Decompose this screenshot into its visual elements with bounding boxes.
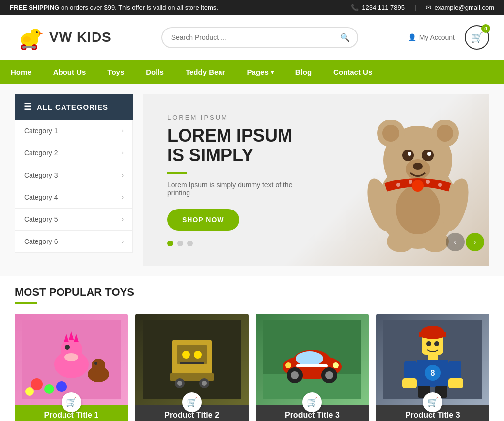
sidebar-cat-1[interactable]: Category 1 › [15,120,132,142]
chevron-right-icon: › [473,238,476,246]
product-image-2 [135,314,249,405]
product-cart-icon-1[interactable]: 🛒 [62,392,81,412]
svg-point-28 [396,183,400,187]
sidebar-cat-5[interactable]: Category 5 › [15,209,132,231]
product-cart-icon-2[interactable]: 🛒 [182,392,202,412]
teddy-bear-illustration [337,106,489,254]
svg-point-24 [387,231,414,252]
nav-item-contact[interactable]: Contact Us [322,60,383,84]
sidebar-title: ALL CATEGORIES [37,103,108,111]
nav-item-pages[interactable]: Pages ▾ [236,60,284,84]
svg-point-57 [202,381,207,386]
hero-image [322,106,489,254]
account-icon: 👤 [408,33,416,41]
hero-description: Lorem Ipsum is simply dummy text of the … [167,181,297,197]
box-robot-image [143,320,241,399]
arrow-right-icon: › [122,172,124,179]
svg-point-31 [438,183,442,187]
nav-item-home[interactable]: Home [0,60,42,84]
svg-rect-81 [402,378,417,388]
svg-point-17 [422,150,434,161]
nav-item-toys[interactable]: Toys [96,60,135,84]
svg-point-42 [65,345,70,350]
logo[interactable]: VW KIDS [15,23,112,52]
sidebar-cat-6[interactable]: Category 6 › [15,231,132,253]
svg-point-18 [408,152,411,156]
svg-rect-52 [180,362,204,364]
svg-text:8: 8 [431,369,435,377]
svg-point-29 [409,180,412,184]
svg-point-69 [285,362,291,368]
svg-point-68 [333,362,339,368]
cart-button[interactable]: 🛒 0 [465,25,489,50]
search-icon: 🔍 [340,33,350,42]
lego-figure-image: 8 [383,320,482,399]
svg-point-66 [325,371,333,379]
nav-item-about[interactable]: About Us [42,60,97,84]
arrow-right-icon: › [122,194,124,201]
product-cart-icon-4[interactable]: 🛒 [423,392,442,412]
main-nav: Home About Us Toys Dolls Teddy Bear Page… [0,60,504,84]
hero-slider: LOREM IPSUM LOREM IPSUM IS SIMPLY Lorem … [143,94,489,266]
cat-label: Category 2 [24,149,58,157]
svg-point-21 [413,163,423,170]
top-bar: FREE SHIPPING on orders over $99. This o… [0,0,504,15]
my-account-link[interactable]: 👤 My Account [408,33,455,41]
header: VW KIDS 🔍 👤 My Account 🛒 0 [0,15,504,60]
hero-dot-1[interactable] [167,241,173,246]
hero-dots [167,241,297,246]
search-button[interactable]: 🔍 [333,28,357,47]
sidebar-cat-3[interactable]: Category 3 › [15,164,132,186]
hero-dot-2[interactable] [177,241,183,246]
header-right: 👤 My Account 🛒 0 [408,25,489,50]
nav-item-blog[interactable]: Blog [284,60,322,84]
svg-point-30 [426,180,430,184]
phone-info: 📞 1234 111 7895 [351,4,405,11]
svg-point-65 [291,371,299,379]
search-input[interactable] [162,29,333,46]
shop-now-button[interactable]: SHOP NOW [167,209,239,231]
nav-item-teddy[interactable]: Teddy Bear [175,60,236,84]
svg-point-13 [382,125,399,142]
search-bar[interactable]: 🔍 [161,27,358,48]
email-address: example@gmail.com [434,4,494,11]
chevron-left-icon: ‹ [454,238,456,246]
nav-item-dolls[interactable]: Dolls [135,60,175,84]
shipping-bold: FREE SHIPPING [10,4,59,11]
svg-point-26 [396,185,440,234]
svg-point-33 [31,378,43,390]
logo-text: VW KIDS [49,30,112,45]
svg-rect-9 [24,46,34,48]
arrow-right-icon: › [122,216,124,223]
phone-number: 1234 111 7895 [362,4,405,11]
svg-point-56 [177,381,182,386]
svg-point-19 [427,152,431,156]
sidebar: ☰ ALL CATEGORIES Category 1 › Category 2… [15,94,133,266]
section-title-underline [15,302,37,304]
shipping-notice: FREE SHIPPING on orders over $99. This o… [10,4,218,11]
cat-label: Category 3 [24,171,58,179]
product-image-4: 8 [376,314,489,405]
hero-title: LOREM IPSUM IS SIMPLY [167,126,297,165]
sidebar-cat-2[interactable]: Category 2 › [15,142,132,164]
hero-title-underline [167,172,187,174]
hero-next-button[interactable]: › [466,233,484,251]
main-content: ☰ ALL CATEGORIES Category 1 › Category 2… [0,84,504,276]
svg-point-27 [412,180,424,192]
product-card-3: 🛒 Product Title 3 $120.00 $120.00 [256,314,369,421]
svg-rect-75 [428,355,438,360]
account-label: My Account [419,33,455,41]
product-card-2: 🛒 Product Title 2 $120.00 $120.00 [135,314,249,421]
product-cart-icon-3[interactable]: 🛒 [302,392,322,412]
svg-point-34 [44,384,54,394]
sidebar-cat-4[interactable]: Category 4 › [15,186,132,209]
svg-rect-87 [419,332,446,337]
cat-label: Category 6 [24,238,58,245]
svg-point-3 [36,31,38,33]
hero-dot-3[interactable] [187,241,193,246]
cart-badge: 0 [481,24,490,33]
svg-rect-82 [448,378,463,388]
chevron-down-icon: ▾ [271,69,274,76]
svg-rect-67 [296,364,328,367]
hero-prev-button[interactable]: ‹ [446,233,465,251]
